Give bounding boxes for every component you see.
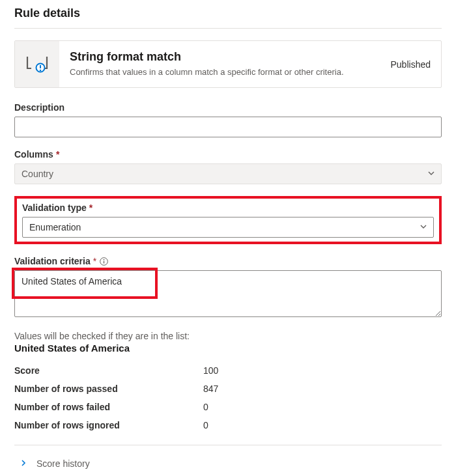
stats-table: Score 100 Number of rows passed 847 Numb…	[14, 361, 442, 434]
rows-ignored-value: 0	[203, 416, 442, 434]
check-description: Values will be checked if they are in th…	[14, 331, 442, 341]
validation-type-highlight: Validation type *	[14, 196, 442, 244]
score-history-label: Score history	[36, 458, 90, 469]
required-indicator: *	[89, 203, 93, 213]
description-field: Description	[14, 102, 442, 137]
table-row: Number of rows passed 847	[14, 380, 442, 398]
rule-header: String format match Confirms that values…	[14, 40, 442, 88]
required-indicator: *	[56, 149, 59, 160]
svg-point-2	[40, 69, 42, 71]
check-value: United States of America	[14, 343, 442, 354]
score-value: 100	[203, 361, 442, 380]
chevron-right-icon	[20, 458, 27, 469]
columns-label: Columns	[14, 149, 53, 160]
score-label: Score	[14, 361, 203, 380]
validation-type-select[interactable]	[22, 217, 434, 238]
rule-status: Published	[391, 59, 431, 70]
rows-failed-label: Number of rows failed	[14, 398, 203, 416]
validation-criteria-label: Validation criteria	[14, 256, 91, 266]
rule-description: Confirms that values in a column match a…	[70, 66, 378, 78]
rows-ignored-label: Number of rows ignored	[14, 416, 203, 434]
table-row: Score 100	[14, 361, 442, 380]
page-title: Rule details	[14, 7, 442, 20]
score-history-toggle[interactable]: Score history	[14, 455, 442, 473]
rule-type-icon	[15, 41, 59, 87]
validation-criteria-input[interactable]	[14, 270, 442, 317]
divider	[14, 28, 442, 29]
rule-title: String format match	[70, 50, 378, 64]
divider	[14, 445, 442, 445]
info-icon[interactable]	[99, 257, 108, 266]
svg-point-4	[103, 259, 104, 260]
columns-field: Columns *	[14, 149, 442, 184]
description-input[interactable]	[14, 117, 442, 137]
description-label: Description	[14, 102, 442, 113]
required-indicator: *	[93, 256, 96, 266]
validation-type-label: Validation type	[22, 203, 87, 213]
validation-criteria-field: Validation criteria *	[14, 256, 442, 319]
rows-passed-label: Number of rows passed	[14, 380, 203, 398]
columns-select[interactable]	[14, 163, 442, 184]
table-row: Number of rows failed 0	[14, 398, 442, 416]
rows-failed-value: 0	[203, 398, 442, 416]
table-row: Number of rows ignored 0	[14, 416, 442, 434]
rows-passed-value: 847	[203, 380, 442, 398]
